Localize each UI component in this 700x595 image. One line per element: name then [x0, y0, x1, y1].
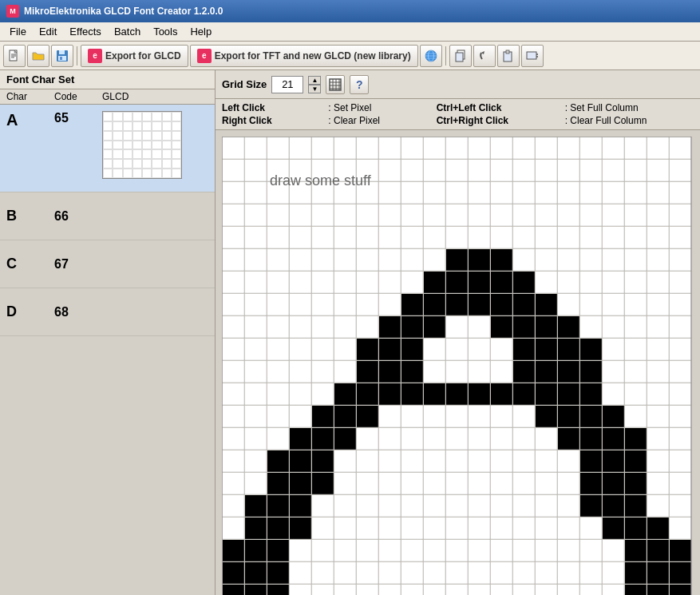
svg-rect-15: [456, 53, 463, 61]
col-char: Char: [6, 91, 54, 102]
paste-button[interactable]: [497, 45, 520, 67]
ctrl-left-label: Ctrl+Left Click: [437, 102, 556, 113]
extra-button[interactable]: [521, 45, 544, 67]
app-icon: M: [6, 5, 19, 18]
pixel-canvas[interactable]: [222, 137, 692, 595]
main-content: Font Char Set Char Code GLCD A 65: [0, 70, 700, 595]
grid-size-input[interactable]: [271, 76, 303, 93]
title-bar: M MikroElektronika GLCD Font Creator 1.2…: [0, 0, 700, 22]
char-table-header: Char Code GLCD: [0, 89, 215, 105]
svg-rect-18: [527, 52, 536, 59]
char-code-b: 66: [54, 209, 102, 224]
help-button[interactable]: ?: [350, 75, 369, 94]
char-code-a: 65: [54, 111, 102, 125]
menu-tools[interactable]: Tools: [147, 24, 184, 39]
list-item[interactable]: D 68: [0, 288, 215, 336]
grid-size-label: Grid Size: [222, 78, 267, 90]
export-glcd-button[interactable]: e Export for GLCD: [81, 45, 188, 67]
left-click-label: Left Click: [222, 102, 318, 113]
open-button[interactable]: [27, 45, 49, 67]
toolbar: e Export for GLCD e Export for TFT and n…: [0, 42, 700, 70]
left-click-desc: : Set Pixel: [328, 102, 426, 113]
draw-area: draw some stuff: [222, 137, 692, 595]
save-button[interactable]: [51, 45, 73, 67]
list-item[interactable]: B 66: [0, 192, 215, 240]
char-code-d: 68: [54, 305, 102, 319]
menu-file[interactable]: File: [3, 24, 33, 39]
svg-rect-6: [59, 50, 65, 54]
right-panel: Grid Size ▲ ▼ ?: [216, 70, 700, 595]
spin-up[interactable]: ▲: [308, 76, 321, 85]
right-click-desc: : Clear Pixel: [328, 115, 426, 126]
char-preview-a: [102, 111, 182, 179]
list-item[interactable]: C 67: [0, 240, 215, 288]
char-code-c: 67: [54, 257, 102, 272]
menu-edit[interactable]: Edit: [33, 24, 63, 39]
new-button[interactable]: [3, 45, 26, 67]
web-button[interactable]: [420, 45, 442, 67]
list-item[interactable]: A 65: [0, 105, 215, 192]
char-label-d: D: [6, 303, 54, 320]
grid-controls: Grid Size ▲ ▼ ?: [216, 70, 700, 99]
left-panel: Font Char Set Char Code GLCD A 65: [0, 70, 216, 595]
instructions-bar: Left Click : Set Pixel Ctrl+Left Click :…: [216, 99, 700, 130]
undo-button[interactable]: [473, 45, 496, 67]
grid-display-button[interactable]: [326, 75, 345, 94]
svg-rect-8: [60, 57, 62, 60]
spin-down[interactable]: ▼: [308, 85, 321, 93]
copy-button[interactable]: [449, 45, 472, 67]
char-label-a: A: [6, 111, 54, 129]
title-text: MikroElektronika GLCD Font Creator 1.2.0…: [24, 6, 223, 17]
menu-effects[interactable]: Effects: [63, 24, 108, 39]
char-label-c: C: [6, 256, 54, 272]
menu-bar: File Edit Effects Batch Tools Help: [0, 22, 700, 42]
toolbar-separator-1: [77, 46, 77, 65]
export-tft-button[interactable]: e Export for TFT and new GLCD (new libra…: [190, 45, 418, 67]
menu-batch[interactable]: Batch: [108, 24, 147, 39]
grid-size-spinner[interactable]: ▲ ▼: [308, 76, 321, 93]
ctrl-right-desc: : Clear Full Column: [565, 115, 694, 126]
export-glcd-icon: e: [88, 49, 102, 63]
canvas-wrapper: draw some stuff: [216, 130, 700, 595]
toolbar-separator-2: [445, 46, 446, 65]
ctrl-left-desc: : Set Full Column: [565, 102, 694, 113]
help-icon: ?: [356, 78, 363, 91]
char-label-b: B: [6, 208, 54, 224]
svg-rect-17: [506, 50, 509, 54]
export-tft-icon: e: [197, 49, 212, 63]
col-code: Code: [54, 91, 102, 102]
char-list: A 65 B 66 C 67: [0, 105, 215, 595]
col-glcd: GLCD: [102, 91, 208, 102]
menu-help[interactable]: Help: [184, 24, 218, 39]
font-charset-title: Font Char Set: [0, 70, 215, 89]
ctrl-right-label: Ctrl+Right Click: [437, 115, 556, 126]
right-click-label: Right Click: [222, 115, 318, 126]
